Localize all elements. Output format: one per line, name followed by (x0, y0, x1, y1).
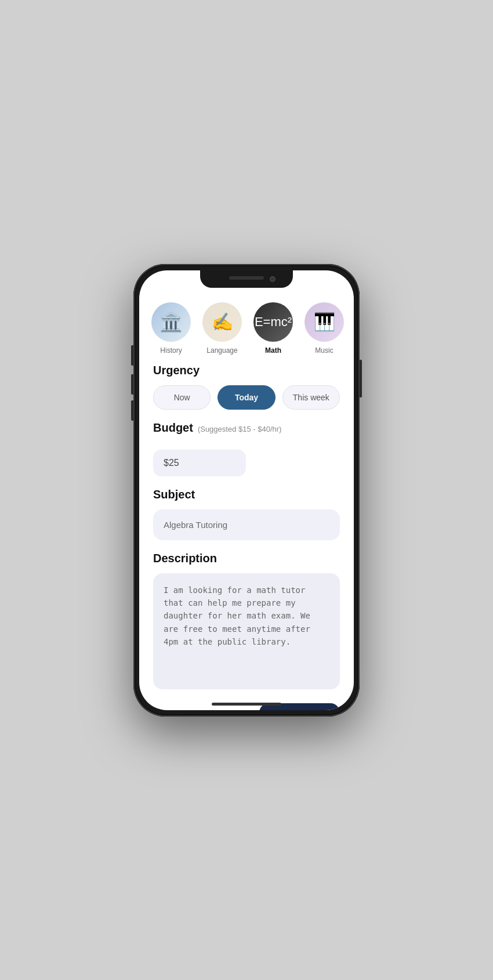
category-avatar-language: ✍️ (202, 302, 242, 342)
home-indicator (212, 703, 281, 706)
category-label-language: Language (206, 346, 237, 355)
notch-speaker (229, 276, 264, 280)
urgency-section: Urgency Now Today This week (139, 364, 354, 410)
category-avatar-history: 🏛️ (151, 302, 191, 342)
category-item-history[interactable]: 🏛️ History (151, 302, 191, 355)
notch-camera (270, 276, 276, 282)
category-item-math[interactable]: E=mc² Math (253, 302, 293, 355)
budget-label-row: Budget (Suggested $15 - $40/hr) (153, 421, 340, 443)
budget-input[interactable] (153, 450, 246, 476)
category-item-language[interactable]: ✍️ Language (202, 302, 242, 355)
category-label-music: Music (315, 346, 333, 355)
urgency-this-week-button[interactable]: This week (282, 385, 340, 410)
category-label-history: History (160, 346, 182, 355)
category-label-math: Math (265, 346, 281, 355)
subject-input[interactable] (153, 509, 340, 540)
description-title: Description (153, 552, 340, 565)
description-textarea[interactable] (153, 573, 340, 689)
subject-title: Subject (153, 488, 340, 501)
category-avatar-math: E=mc² (253, 302, 293, 342)
category-avatar-music: 🎹 (304, 302, 344, 342)
budget-title: Budget (153, 421, 193, 435)
urgency-title: Urgency (153, 364, 340, 377)
urgency-now-button[interactable]: Now (153, 385, 211, 410)
description-section: Description (139, 552, 354, 692)
phone-frame: 🏛️ History ✍️ Language E=mc² Math (133, 264, 360, 717)
screen-content: 🏛️ History ✍️ Language E=mc² Math (139, 291, 354, 710)
budget-suggested: (Suggested $15 - $40/hr) (198, 425, 282, 433)
subject-section: Subject (139, 488, 354, 540)
notch (200, 270, 293, 288)
urgency-today-button[interactable]: Today (217, 385, 275, 410)
category-item-music[interactable]: 🎹 Music (304, 302, 345, 355)
category-list: 🏛️ History ✍️ Language E=mc² Math (139, 296, 354, 364)
budget-section: Budget (Suggested $15 - $40/hr) (139, 421, 354, 476)
phone-screen: 🏛️ History ✍️ Language E=mc² Math (139, 270, 354, 710)
urgency-options: Now Today This week (153, 385, 340, 410)
